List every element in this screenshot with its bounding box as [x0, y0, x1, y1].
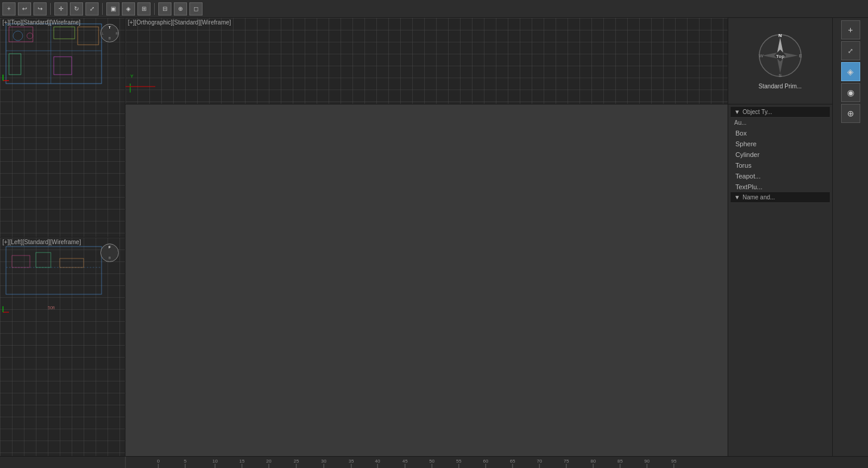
- toolbar-btn-2[interactable]: ↩: [18, 2, 31, 16]
- auto-label: Au...: [731, 118, 830, 128]
- middle-area: [+][Orthographic][Standard][Wireframe] Y…: [125, 18, 728, 456]
- std-prim-label: Standard Prim...: [757, 82, 803, 91]
- object-type-label: Object Ty...: [743, 109, 772, 115]
- collapse-icon: ▼: [734, 109, 740, 115]
- svg-text:N: N: [778, 33, 782, 38]
- primitive-textplus[interactable]: TextPlu...: [731, 181, 830, 192]
- svg-text:55: 55: [456, 458, 462, 464]
- toolbar-btn-4[interactable]: ◈: [122, 2, 135, 16]
- svg-text:40: 40: [375, 458, 381, 464]
- svg-text:10: 10: [213, 458, 218, 464]
- svg-text:50ft: 50ft: [48, 306, 55, 310]
- top-toolbar: + ↩ ↪ ✛ ↻ ⤢ ▣ ◈ ⊞ ⊟ ⊕ ◻: [0, 0, 868, 18]
- svg-text:Y: Y: [130, 73, 134, 79]
- svg-text:S: S: [778, 73, 781, 78]
- svg-rect-7: [54, 57, 72, 75]
- svg-rect-20: [36, 253, 51, 267]
- name-and-label: Name and...: [743, 194, 775, 201]
- svg-text:45: 45: [403, 458, 408, 464]
- svg-text:60: 60: [483, 458, 489, 464]
- toolbar-btn-8[interactable]: ◻: [189, 2, 203, 16]
- toolbar-btn-select[interactable]: ▣: [106, 2, 119, 16]
- perspective-viewport-wrapper: [+][Perspective][Standard][Default Shadi…: [125, 104, 728, 456]
- toolbar-btn-3[interactable]: ↪: [33, 2, 47, 16]
- object-type-header[interactable]: ▼ Object Ty...: [731, 107, 830, 118]
- svg-text:R: R: [116, 32, 119, 35]
- svg-text:E: E: [799, 53, 802, 59]
- toolbar-btn-move[interactable]: ✛: [54, 2, 68, 16]
- top-viewport[interactable]: [+][Top][Standard][Wireframe]: [0, 18, 125, 238]
- svg-rect-4: [54, 27, 75, 39]
- primitive-teapot[interactable]: Teapot...: [731, 171, 830, 181]
- left-viewport-grid: 50ft F B: [0, 238, 125, 457]
- svg-text:70: 70: [537, 458, 542, 464]
- svg-text:0: 0: [157, 458, 160, 464]
- svg-text:80: 80: [591, 458, 596, 464]
- sep-3: [154, 3, 155, 15]
- right-panel: N S E W Top Standard Prim... ▼ Object Ty…: [728, 18, 832, 456]
- primitive-torus[interactable]: Torus: [731, 160, 830, 171]
- ortho-grid: Y: [125, 18, 728, 104]
- svg-text:15: 15: [240, 458, 245, 464]
- top-viewport-grid: T B R L: [0, 18, 125, 237]
- far-right-panel: + ⤢ ◈ ◉ ⊕: [832, 18, 868, 456]
- primitive-box[interactable]: Box: [731, 128, 830, 138]
- svg-text:5: 5: [184, 458, 187, 464]
- toolbar-btn-scale[interactable]: ⤢: [85, 2, 99, 16]
- svg-text:30: 30: [321, 458, 327, 464]
- svg-text:65: 65: [510, 458, 516, 464]
- left-viewports: [+][Top][Standard][Wireframe]: [0, 18, 125, 456]
- svg-text:50: 50: [430, 458, 435, 464]
- svg-text:T: T: [109, 26, 111, 29]
- far-right-move-btn[interactable]: ⤢: [841, 41, 860, 60]
- far-right-geo-btn[interactable]: ◉: [841, 83, 860, 102]
- svg-rect-6: [9, 54, 21, 75]
- svg-text:95: 95: [671, 458, 677, 464]
- view-gizmo: N S E W Top: [756, 32, 804, 79]
- sep-1: [50, 3, 51, 15]
- far-right-active-btn[interactable]: ◈: [841, 62, 860, 81]
- main-content: [+][Top][Standard][Wireframe]: [0, 18, 868, 456]
- svg-rect-17: [6, 247, 102, 294]
- svg-text:20: 20: [266, 458, 272, 464]
- name-and-header[interactable]: ▼ Name and...: [731, 192, 830, 203]
- svg-text:W: W: [759, 53, 763, 59]
- svg-text:B: B: [108, 36, 111, 40]
- bottom-ruler: 0 5 10 15 20 25 30 35 40 45 50 55 60 65 …: [0, 456, 868, 468]
- primitive-sphere[interactable]: Sphere: [731, 138, 830, 149]
- svg-text:B: B: [108, 256, 111, 260]
- svg-rect-19: [12, 255, 30, 267]
- toolbar-btn-7[interactable]: ⊕: [174, 2, 187, 16]
- left-viewport[interactable]: [+][Left][Standard][Wireframe] 50ft: [0, 238, 125, 457]
- svg-text:75: 75: [564, 458, 569, 464]
- svg-text:85: 85: [618, 458, 623, 464]
- name-collapse-icon: ▼: [734, 194, 740, 201]
- right-panel-top: N S E W Top Standard Prim...: [728, 18, 832, 104]
- svg-text:35: 35: [349, 458, 354, 464]
- toolbar-btn-5[interactable]: ⊞: [137, 2, 151, 16]
- svg-rect-21: [60, 258, 84, 267]
- ortho-viewport[interactable]: [+][Orthographic][Standard][Wireframe] Y: [125, 18, 728, 104]
- svg-text:25: 25: [294, 458, 299, 464]
- sep-2: [102, 3, 103, 15]
- svg-point-8: [13, 31, 23, 41]
- primitive-cylinder[interactable]: Cylinder: [731, 149, 830, 160]
- svg-text:90: 90: [645, 458, 650, 464]
- create-panel: ▼ Object Ty... Au... Box Sphere Cylinder…: [728, 104, 832, 456]
- toolbar-btn-rotate[interactable]: ↻: [70, 2, 83, 16]
- svg-text:Top: Top: [776, 54, 784, 59]
- far-right-plus-btn[interactable]: +: [841, 20, 860, 39]
- svg-text:F: F: [109, 245, 111, 249]
- svg-rect-5: [78, 27, 99, 45]
- toolbar-btn-1[interactable]: +: [2, 2, 16, 16]
- far-right-globe-btn[interactable]: ⊕: [841, 104, 860, 123]
- toolbar-btn-6[interactable]: ⊟: [158, 2, 171, 16]
- svg-point-9: [27, 33, 33, 39]
